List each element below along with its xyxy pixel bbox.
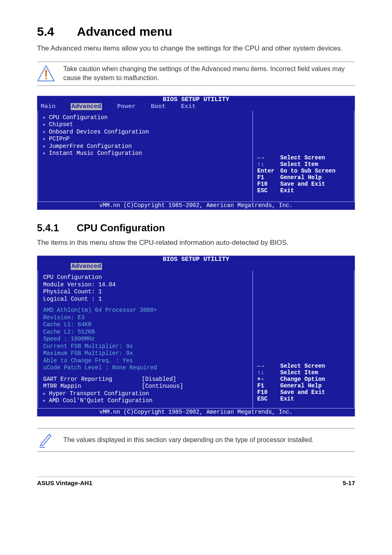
cpu-name: AMD Athlon(tm) 64 Processor 3000+ (43, 307, 247, 314)
help-text: Save and Exit (280, 389, 325, 396)
page-footer: ASUS Vintage-AH1 5-17 (37, 477, 355, 486)
option-value: [Disabled] (142, 376, 176, 383)
help-text: Change Option (280, 376, 325, 382)
help-text: Exit (280, 187, 294, 194)
bios-tabs: Main Advanced Power Boot Exit (37, 103, 355, 111)
cpu-speed: Speed : 1800MHz (43, 336, 247, 343)
help-key: ←→ (257, 154, 280, 161)
subsection-heading: 5.4.1 CPU Configuration (37, 222, 355, 234)
cpu-revision: Revision: E3 (43, 314, 247, 322)
cpu-current-fsb: Current FSB Multiplier: 9x (43, 343, 247, 350)
footer-page-number: 5-17 (343, 479, 355, 486)
svg-marker-3 (40, 434, 51, 446)
help-text: Go to Sub Screen (280, 168, 335, 174)
help-key: ↑↓ (257, 161, 280, 168)
info-note-text: The values displayed in this section var… (63, 435, 314, 444)
help-key: ESC (257, 396, 280, 402)
cpu-module-version: Module Version: 14.04 (43, 281, 247, 289)
bios-item-cpu-configuration[interactable]: CPU Configuration (43, 114, 247, 122)
cpu-config-header: CPU Configuration (43, 274, 247, 281)
caution-icon (37, 64, 55, 83)
help-text: General Help (280, 174, 322, 181)
help-text: General Help (280, 382, 322, 389)
option-label: MTRR Mappin (43, 383, 142, 390)
option-gart-error[interactable]: GART Error Reporting [Disabled] (43, 376, 247, 383)
bios-tab-exit[interactable]: Exit (181, 103, 196, 110)
bios-item-chipset[interactable]: Chipset (43, 121, 247, 129)
bios-tab-boot[interactable]: Boot (151, 103, 166, 110)
cpu-max-fsb: Maximum FSB Multiplier: 9x (43, 350, 247, 357)
bios-item-onboard-devices[interactable]: Onboard Devices Configuration (43, 129, 247, 136)
bios-screen-advanced: BIOS SETUP UTILITY Main Advanced Power B… (37, 96, 355, 210)
bios-copyright: vMM.nn (C)Copyright 1985-2002, American … (37, 409, 355, 416)
bios-menu-list: CPU Configuration Chipset Onboard Device… (38, 111, 253, 201)
cpu-cache-l1: Cache L1: 64KB (43, 321, 247, 329)
bios-title: BIOS SETUP UTILITY (37, 96, 355, 103)
help-key: F10 (257, 181, 280, 187)
help-text: Select Screen (280, 154, 325, 161)
help-text: Save and Exit (280, 181, 325, 187)
bios-copyright: vMM.nn (C)Copyright 1985-2002, American … (37, 202, 355, 210)
help-key: Enter (257, 168, 280, 174)
pencil-icon (37, 431, 55, 449)
help-key: ESC (257, 187, 280, 194)
subsection-title: CPU Configuration (77, 222, 165, 233)
cpu-ucode-patch: uCode Patch Level : None Required (43, 364, 247, 372)
section-description: The Advanced menu items allow you to cha… (37, 44, 355, 53)
section-number: 5.4 (37, 25, 74, 39)
help-key: ↑↓ (257, 369, 280, 376)
help-key: F10 (257, 389, 280, 396)
bios-tabs: Main Advanced (37, 263, 355, 271)
help-text: Select Item (280, 161, 318, 168)
subsection-number: 5.4.1 (37, 222, 74, 234)
bios-title: BIOS SETUP UTILITY (37, 256, 355, 263)
help-key: F1 (257, 174, 280, 181)
help-text: Select Item (280, 369, 318, 376)
cpu-cache-l2: Cache L2: 512KB (43, 329, 247, 336)
section-heading: 5.4 Advanced menu (37, 25, 355, 39)
bios-tab-advanced[interactable]: Advanced (71, 103, 102, 110)
bios-item-jumperfree[interactable]: JumperFree Configuration (43, 143, 247, 150)
submenu-amd-cool-n-quiet[interactable]: AMD Cool'N'Quiet Configuration (43, 397, 247, 405)
info-note: The values displayed in this section var… (37, 428, 355, 452)
bios-screen-cpu-config: BIOS SETUP UTILITY Main Advanced CPU Con… (37, 256, 355, 417)
bios-help-pane: ←→Select Screen ↑↓Select Item EnterGo to… (253, 111, 354, 201)
bios-cpu-info: CPU Configuration Module Version: 14.04 … (38, 271, 253, 408)
subsection-description: The items in this menu show the CPU-rela… (37, 238, 355, 248)
help-text: Exit (280, 396, 294, 402)
bios-tab-main[interactable]: Main (41, 103, 55, 110)
cpu-physical-count: Physical Count: 1 (43, 288, 247, 296)
caution-text: Take caution when changing the settings … (63, 64, 355, 83)
option-value: [Continuous] (142, 383, 183, 390)
svg-point-2 (45, 78, 47, 79)
cpu-change-freq: Able to Change Freq. : Yes (43, 357, 247, 365)
submenu-hyper-transport[interactable]: Hyper Transport Configuration (43, 390, 247, 398)
bios-help-pane: ←→Select Screen ↑↓Select Item +-Change O… (253, 271, 354, 408)
help-text: Select Screen (280, 363, 325, 369)
footer-product: ASUS Vintage-AH1 (37, 479, 92, 486)
cpu-logical-count: Logical Count : 1 (43, 296, 247, 303)
bios-tab-advanced[interactable]: Advanced (71, 263, 102, 270)
option-label: GART Error Reporting (43, 376, 142, 383)
help-key: F1 (257, 382, 280, 389)
bios-item-pcipnp[interactable]: PCIPnP (43, 136, 247, 143)
option-mtrr-mappin[interactable]: MTRR Mappin [Continuous] (43, 383, 247, 390)
section-title: Advanced menu (77, 25, 172, 38)
bios-item-instant-music[interactable]: Instant Music Configuration (43, 150, 247, 157)
bios-tab-power[interactable]: Power (117, 103, 136, 110)
help-key: +- (257, 376, 280, 382)
help-key: ←→ (257, 363, 280, 369)
caution-note: Take caution when changing the settings … (37, 62, 355, 86)
